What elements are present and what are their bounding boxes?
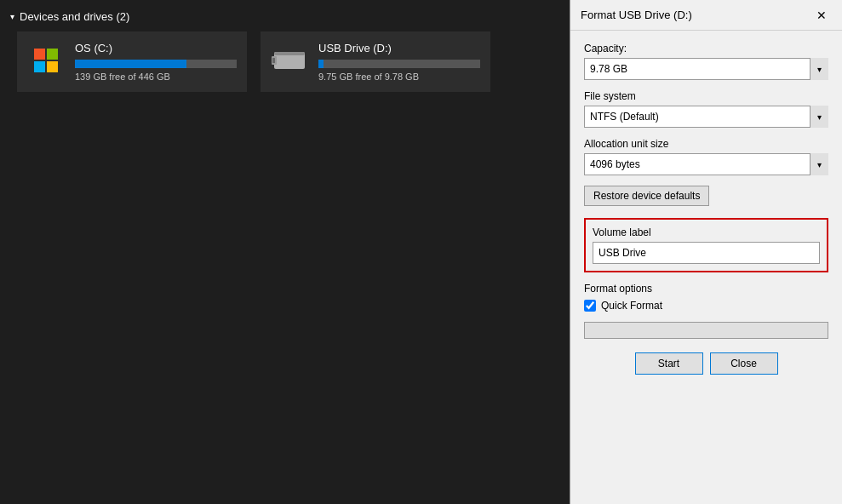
dialog-footer: Start Close <box>584 352 828 375</box>
filesystem-select-wrapper: NTFS (Default) FAT32 exFAT ▾ <box>584 106 828 128</box>
svg-rect-3 <box>272 58 275 63</box>
volume-label-input[interactable] <box>593 242 820 264</box>
format-dialog: Format USB Drive (D:) ✕ Capacity: 9.78 G… <box>570 0 842 504</box>
start-button[interactable]: Start <box>635 352 703 375</box>
dialog-body: Capacity: 9.78 GB ▾ File system NTFS (De… <box>570 31 842 387</box>
usb-drive-fill <box>318 60 324 68</box>
usb-drive-svg-icon <box>271 45 308 76</box>
allocation-label: Allocation unit size <box>584 138 828 150</box>
os-drive-name: OS (C:) <box>75 42 237 54</box>
dialog-titlebar: Format USB Drive (D:) ✕ <box>570 0 842 31</box>
filesystem-select[interactable]: NTFS (Default) FAT32 exFAT <box>584 106 828 128</box>
allocation-select-wrapper: 4096 bytes 512 bytes 1024 bytes 2048 byt… <box>584 153 828 175</box>
devices-header: ▾ Devices and drives (2) <box>10 7 552 32</box>
devices-section: ▾ Devices and drives (2) OS (C:) 139 GB … <box>0 0 562 99</box>
os-drive-item[interactable]: OS (C:) 139 GB free of 446 GB <box>17 32 247 92</box>
restore-defaults-button[interactable]: Restore device defaults <box>584 186 709 206</box>
os-drive-fill <box>75 60 186 68</box>
progress-section <box>584 322 828 339</box>
os-drive-progress-bar <box>75 60 237 68</box>
dialog-close-button[interactable]: ✕ <box>811 5 832 26</box>
drives-grid: OS (C:) 139 GB free of 446 GB <box>10 32 552 92</box>
os-drive-info: OS (C:) 139 GB free of 446 GB <box>75 42 237 82</box>
svg-rect-1 <box>274 52 305 55</box>
usb-drive-info: USB Drive (D:) 9.75 GB free of 9.78 GB <box>318 42 480 82</box>
volume-label-heading: Volume label <box>593 226 820 238</box>
usb-drive-progress-bar <box>318 60 480 68</box>
usb-drive-space: 9.75 GB free of 9.78 GB <box>318 72 480 82</box>
capacity-select[interactable]: 9.78 GB <box>584 58 828 80</box>
allocation-select[interactable]: 4096 bytes 512 bytes 1024 bytes 2048 byt… <box>584 153 828 175</box>
chevron-down-icon: ▾ <box>10 12 14 21</box>
filesystem-label: File system <box>584 90 828 102</box>
os-drive-icon <box>27 42 65 79</box>
format-options-heading: Format options <box>584 283 828 295</box>
quick-format-checkbox[interactable] <box>584 300 596 312</box>
usb-drive-name: USB Drive (D:) <box>318 42 480 54</box>
os-drive-space: 139 GB free of 446 GB <box>75 72 237 82</box>
close-dialog-button[interactable]: Close <box>710 352 778 375</box>
volume-label-section: Volume label <box>584 218 828 272</box>
usb-drive-icon-container <box>271 42 308 79</box>
dialog-title: Format USB Drive (D:) <box>581 9 692 21</box>
capacity-label: Capacity: <box>584 43 828 54</box>
usb-drive-item[interactable]: USB Drive (D:) 9.75 GB free of 9.78 GB <box>261 32 490 92</box>
devices-title: Devices and drives (2) <box>20 10 129 23</box>
capacity-select-wrapper: 9.78 GB ▾ <box>584 58 828 80</box>
format-progress-bar <box>584 322 828 339</box>
quick-format-label[interactable]: Quick Format <box>601 300 662 312</box>
quick-format-row: Quick Format <box>584 300 828 312</box>
format-options-section: Format options Quick Format <box>584 283 828 312</box>
